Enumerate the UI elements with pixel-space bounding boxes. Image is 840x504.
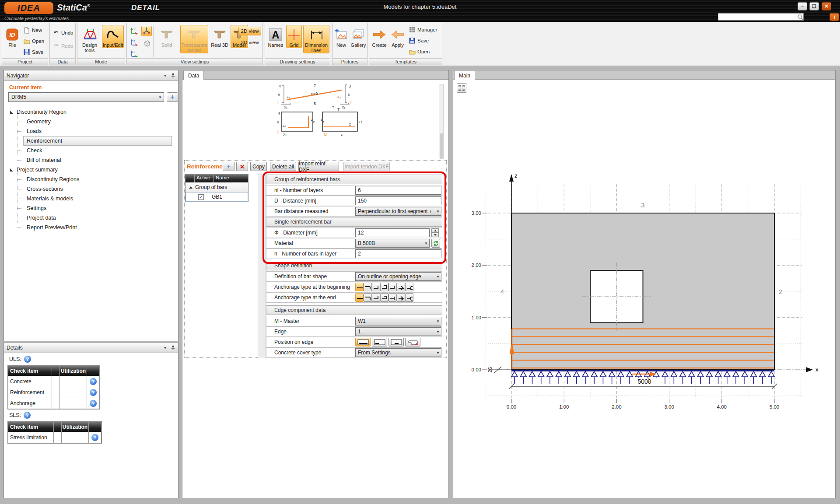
tree-item-discontinuity-regions[interactable]: Discontinuity Regions (4, 175, 178, 184)
spin-up-icon[interactable] (431, 228, 439, 233)
save-button[interactable]: Save (23, 49, 43, 56)
anchorage-type-icon-1[interactable] (355, 293, 364, 302)
minimize-button[interactable]: – (798, 2, 807, 10)
input-edit-button[interactable]: Input/Edit (102, 25, 124, 48)
material-edit-button[interactable] (431, 239, 440, 248)
tree-item-project-data[interactable]: Project data (4, 213, 178, 223)
diameter-spinner[interactable] (431, 228, 439, 237)
tree-item-project-summary[interactable]: Project summary (4, 165, 178, 175)
solid-view-button[interactable]: Solid (155, 25, 178, 48)
spin-down-icon[interactable] (431, 233, 439, 237)
open-button[interactable]: Open (23, 38, 44, 45)
help-icon[interactable]: ? (91, 434, 98, 441)
anchorage-type-icon-4[interactable] (380, 283, 388, 291)
close-button[interactable]: ✕ (822, 2, 831, 10)
model-drawing[interactable]: xz50001260.001.002.003.000.001.002.003.0… (453, 80, 835, 497)
design-tools-button[interactable]: Design tools (79, 25, 101, 53)
tree-item-report-preview-print[interactable]: Report Preview/Print (4, 223, 178, 232)
search-input[interactable] (718, 14, 797, 20)
names-button[interactable]: A Names (266, 25, 285, 48)
tree-item-loads[interactable]: Loads (4, 126, 178, 136)
add-reinforcement-button[interactable]: + (223, 162, 234, 171)
collapse-caret-icon[interactable] (189, 186, 192, 189)
tree-item-cross-sections[interactable]: Cross-sections (4, 184, 178, 194)
tree-item-geometry[interactable]: Geometry (4, 117, 178, 126)
import-reinf-dxf-button[interactable]: Import reinf. DXF (298, 162, 339, 171)
view-2d-button[interactable]: 2D view (238, 27, 261, 35)
anchorage-type-icon-3[interactable] (372, 283, 380, 291)
template-save-button[interactable]: Save (409, 37, 429, 44)
material-select[interactable]: B 500B▼ (355, 239, 430, 248)
template-manager-button[interactable]: Manager (409, 26, 437, 33)
active-checkbox[interactable]: ✓ (198, 194, 204, 200)
position-custom-icon[interactable] (405, 338, 420, 346)
diameter-input[interactable]: 12 (355, 228, 430, 237)
tree-item-reinforcement[interactable]: Reinforcement (4, 136, 178, 146)
anchorage-type-icon-2[interactable] (364, 283, 372, 291)
undo-button[interactable]: Undo (52, 29, 74, 36)
anchorage-type-icon-4[interactable] (380, 293, 388, 302)
position-inner-icon[interactable] (355, 338, 371, 346)
scrollbar-thumb[interactable] (440, 133, 443, 159)
help-icon[interactable]: ? (90, 389, 97, 396)
group-of-bars-row[interactable]: Group of bars (186, 182, 248, 192)
cover-type-select[interactable]: From Settings▼ (355, 348, 441, 357)
view-xz-icon[interactable]: zx (129, 37, 140, 48)
position-start-icon[interactable] (372, 338, 387, 346)
search-box[interactable] (718, 13, 804, 21)
nl-input[interactable]: 6 (355, 186, 441, 195)
anchorage-type-icon-7[interactable] (405, 283, 413, 291)
anchorage-type-icon-6[interactable] (397, 293, 405, 302)
tab-data[interactable]: Data (183, 71, 204, 80)
tree-item-check[interactable]: Check (4, 146, 178, 155)
view-3d-button[interactable]: 3D view (238, 38, 261, 47)
help-icon[interactable]: ? (90, 400, 97, 407)
thumbnail-scrollbar[interactable] (439, 84, 444, 159)
tree-item-settings[interactable]: Settings (4, 203, 178, 213)
perspective-cube-icon[interactable] (141, 38, 152, 49)
delete-reinforcement-button[interactable]: ✕ (236, 162, 248, 171)
axonometry-view-icon[interactable] (141, 26, 152, 36)
anchorage-type-icon-6[interactable] (397, 283, 405, 291)
help-icon[interactable]: ? (90, 378, 97, 385)
grid-button[interactable]: Grid (286, 25, 302, 48)
anchorage-type-icon-5[interactable] (388, 293, 397, 302)
tab-main[interactable]: Main (454, 71, 475, 80)
anchorage-type-icon-5[interactable] (388, 283, 397, 291)
info-button[interactable]: i (830, 13, 839, 21)
bar-shape-select[interactable]: On outline or opening edge▼ (355, 272, 441, 281)
distance-input[interactable]: 150 (355, 196, 441, 205)
master-select[interactable]: W1▼ (355, 317, 441, 326)
fit-view-button[interactable] (457, 83, 466, 93)
tree-caret-icon[interactable] (10, 168, 13, 172)
bars-in-layer-input[interactable]: 2 (355, 249, 441, 258)
anchorage-type-icon-2[interactable] (364, 293, 372, 302)
help-icon[interactable]: ? (24, 412, 31, 419)
redo-button[interactable]: Redo (52, 42, 74, 49)
tree-item-materials-models[interactable]: Materials & models (4, 194, 178, 203)
anchorage-type-icon-1[interactable] (355, 283, 364, 291)
maximize-button[interactable]: ❒ (809, 2, 819, 10)
pin-icon[interactable] (171, 73, 175, 78)
position-middle-icon[interactable] (388, 338, 404, 346)
copy-button[interactable]: Copy (250, 162, 267, 171)
anchorage-type-icon-3[interactable] (372, 293, 380, 302)
bar-distance-select[interactable]: Perpendicular to first segment +▼ (355, 207, 441, 216)
anchorage-type-icon-7[interactable] (405, 293, 413, 302)
help-icon[interactable]: ? (24, 356, 31, 363)
file-button[interactable]: ID File (4, 25, 21, 48)
gb1-row[interactable]: ✓ GB1 (186, 192, 248, 202)
dimension-lines-button[interactable]: Dimension lines (303, 25, 329, 53)
view-yz-icon[interactable]: zy (129, 49, 140, 59)
collapse-chevron-icon[interactable]: ▾ (164, 345, 166, 350)
pin-icon[interactable] (171, 345, 175, 350)
import-tendon-dxf-button[interactable]: Import tendon DXF (343, 162, 390, 171)
transparent-model-button[interactable]: Transparent model (180, 25, 208, 53)
create-template-button[interactable]: Create (371, 25, 388, 48)
delete-all-button[interactable]: Delete all (270, 162, 296, 171)
picture-new-button[interactable]: New (333, 25, 349, 48)
tree-item-discontinuity-region[interactable]: Discontinuity Region (4, 107, 178, 117)
new-button[interactable]: New (23, 27, 42, 34)
tree-item-bill-of-material[interactable]: Bill of material (4, 155, 178, 165)
real-3d-button[interactable]: Real 3D (210, 25, 229, 48)
